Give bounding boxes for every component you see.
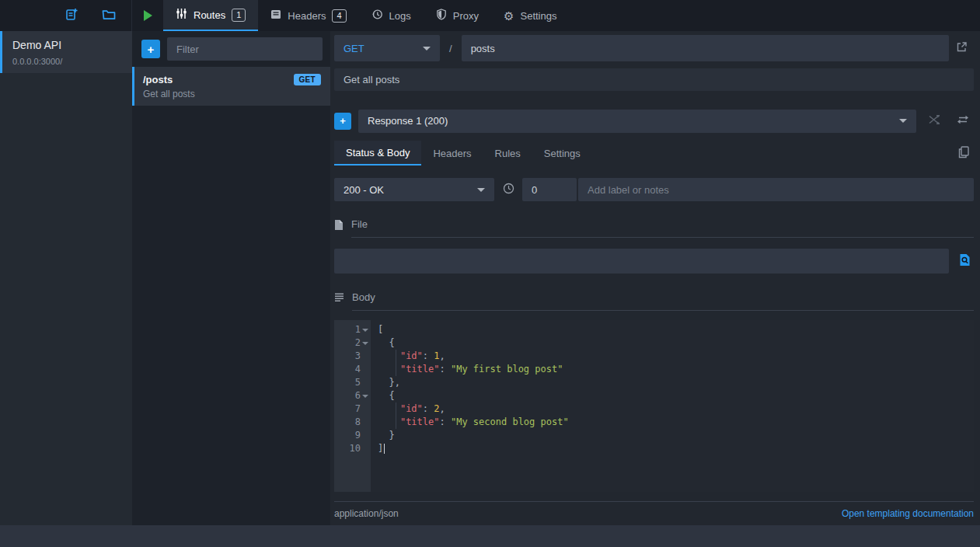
tab-routes-badge: 1 (232, 9, 246, 22)
open-environment-button[interactable] (100, 7, 117, 24)
history-icon (371, 9, 383, 23)
environment-actions (0, 0, 132, 31)
tab-proxy-label: Proxy (453, 10, 479, 22)
route-list-item[interactable]: /posts GET Get all posts (132, 67, 330, 106)
templating-documentation-link[interactable]: Open templating documentation (842, 508, 974, 519)
sequential-response-toggle[interactable] (952, 114, 974, 127)
open-route-in-browser-button[interactable] (949, 41, 974, 55)
editor-code-line[interactable]: "id": 1, (378, 350, 974, 363)
editor-code-line[interactable]: [ (378, 323, 974, 336)
response-selector-row: + Response 1 (200) (334, 110, 974, 133)
tab-response-settings[interactable]: Settings (532, 141, 592, 166)
latency-indicator (494, 183, 522, 197)
response-tabs: Status & Body Headers Rules Settings (334, 141, 974, 166)
gear-icon: ⚙ (504, 10, 514, 22)
folder-icon (102, 9, 116, 23)
file-path-input[interactable] (334, 249, 949, 274)
play-icon (144, 10, 152, 21)
body-editor-lines: [ { "id": 1, "title": "My first blog pos… (371, 320, 974, 492)
file-row (334, 249, 974, 274)
response-select-value: Response 1 (200) (368, 115, 448, 127)
editor-line-number[interactable]: 5 (334, 376, 371, 389)
chevron-down-icon (477, 188, 485, 192)
add-route-button[interactable]: + (141, 40, 160, 58)
editor-code-line[interactable]: { (378, 389, 974, 402)
tab-headers[interactable]: Headers 4 (258, 0, 358, 31)
environment-item[interactable]: Demo API 0.0.0.0:3000/ (0, 31, 132, 73)
tab-logs[interactable]: Logs (359, 0, 424, 31)
editor-code-line[interactable]: "title": "My first blog post" (378, 363, 974, 376)
editor-code-line[interactable]: ] (378, 442, 974, 455)
tab-routes[interactable]: Routes 1 (163, 0, 258, 31)
tab-routes-label: Routes (194, 9, 225, 21)
status-row: 200 - OK (334, 178, 974, 201)
copy-icon (958, 146, 969, 161)
add-response-button[interactable]: + (334, 113, 351, 130)
editor-code-line[interactable]: "id": 2, (378, 402, 974, 416)
tab-response-headers[interactable]: Headers (421, 141, 483, 166)
path-separator: / (440, 43, 462, 54)
clock-icon (503, 183, 514, 197)
editor-line-number[interactable]: 7 (334, 402, 371, 416)
tab-status-body-label: Status & Body (346, 147, 410, 159)
routes-panel: + /posts GET Get all posts (132, 31, 330, 525)
text-cursor (384, 444, 385, 454)
chevron-down-icon (423, 47, 431, 51)
editor-code-line[interactable]: "title": "My second blog post" (378, 416, 974, 429)
route-documentation-input[interactable] (334, 68, 974, 91)
status-code-value: 200 - OK (344, 184, 384, 196)
start-server-button[interactable] (132, 0, 163, 31)
editor-gutter: 12345678910 (334, 320, 371, 492)
routes-panel-header: + (132, 31, 330, 67)
editor-line-number[interactable]: 6 (334, 389, 371, 402)
tab-status-body[interactable]: Status & Body (334, 141, 421, 166)
routes-filter-input[interactable] (167, 37, 323, 61)
editor-line-number[interactable]: 10 (334, 442, 371, 455)
status-code-select[interactable]: 200 - OK (334, 178, 494, 201)
tab-response-settings-label: Settings (544, 148, 581, 159)
routes-icon (176, 8, 187, 22)
body-code-editor[interactable]: 12345678910 [ { "id": 1, "title": "My fi… (334, 320, 974, 492)
editor-line-number[interactable]: 9 (334, 429, 371, 442)
route-description-label: Get all posts (143, 89, 321, 99)
editor-line-number[interactable]: 3 (334, 350, 371, 363)
route-path-label: /posts (143, 74, 173, 85)
editor-code-line[interactable]: } (378, 429, 974, 442)
new-environment-button[interactable] (64, 6, 80, 25)
file-search-icon (959, 253, 971, 269)
latency-input[interactable] (522, 178, 577, 201)
environments-sidebar: Demo API 0.0.0.0:3000/ (0, 31, 132, 525)
environment-url: 0.0.0.0:3000/ (12, 57, 123, 66)
editor-line-number[interactable]: 1 (334, 323, 371, 336)
top-tabs: Routes 1 Headers 4 Logs Proxy (163, 0, 569, 31)
editor-line-number[interactable]: 2 (334, 336, 371, 350)
tab-settings[interactable]: ⚙ Settings (491, 0, 569, 31)
random-response-toggle[interactable] (923, 114, 945, 127)
browse-file-button[interactable] (955, 253, 974, 269)
tab-headers-badge: 4 (332, 9, 346, 23)
response-label-input[interactable] (578, 178, 974, 201)
tab-proxy[interactable]: Proxy (424, 0, 491, 31)
bottom-status-bar (0, 525, 980, 547)
tab-headers-label: Headers (288, 10, 326, 22)
route-details-panel: GET / + Response 1 (200) (330, 31, 980, 525)
editor-footer: application/json Open templating documen… (334, 501, 974, 525)
editor-line-number[interactable]: 4 (334, 363, 371, 376)
method-select[interactable]: GET (334, 35, 440, 61)
editor-code-line[interactable]: }, (378, 376, 974, 389)
response-select[interactable]: Response 1 (200) (358, 110, 916, 133)
body-section-header: Body (334, 291, 974, 311)
tab-rules[interactable]: Rules (483, 141, 532, 166)
editor-code-line[interactable]: { (378, 336, 974, 350)
content-type-label: application/json (334, 508, 399, 519)
duplicate-response-button[interactable] (958, 141, 974, 166)
fold-caret-icon[interactable] (362, 395, 368, 398)
editor-line-number[interactable]: 8 (334, 416, 371, 429)
shield-icon (436, 9, 447, 23)
route-path-input[interactable] (462, 35, 949, 61)
fold-caret-icon[interactable] (362, 342, 368, 345)
headers-icon (270, 9, 281, 22)
file-icon (334, 218, 344, 233)
fold-caret-icon[interactable] (362, 329, 368, 332)
repeat-icon (957, 114, 969, 127)
